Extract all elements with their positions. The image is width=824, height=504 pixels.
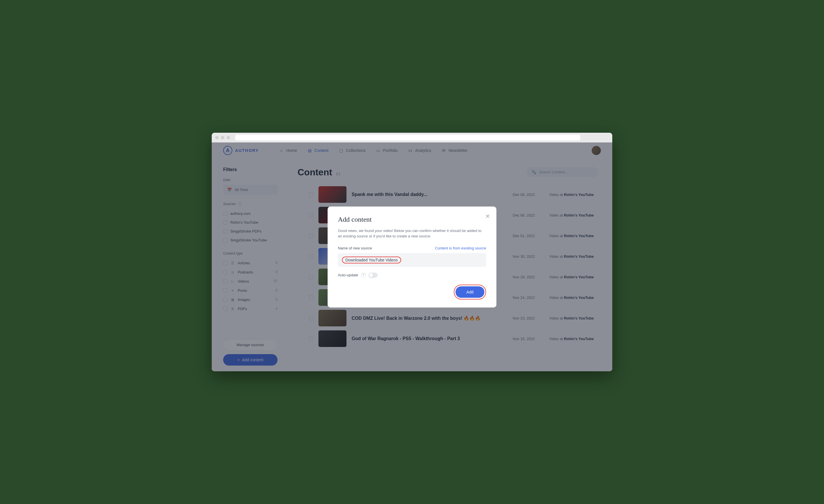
- existing-source-link[interactable]: Content is from existing source: [435, 246, 486, 250]
- traffic-close[interactable]: [215, 136, 219, 139]
- close-icon[interactable]: ✕: [485, 213, 490, 220]
- traffic-max[interactable]: [227, 136, 230, 139]
- browser-chrome: [212, 133, 612, 142]
- source-name-label: Name of new source: [338, 246, 372, 250]
- url-bar[interactable]: [235, 135, 580, 140]
- auto-update-label: Auto-update: [338, 273, 358, 277]
- input-value: Downloaded YouTube Videos: [342, 257, 401, 264]
- modal-overlay[interactable]: ✕ Add content Good news, we found your v…: [212, 142, 612, 371]
- add-button[interactable]: Add: [455, 286, 484, 298]
- add-button-highlight: Add: [454, 285, 486, 299]
- help-icon[interactable]: ?: [361, 273, 366, 278]
- source-name-input[interactable]: Downloaded YouTube Videos: [338, 253, 486, 267]
- traffic-min[interactable]: [221, 136, 224, 139]
- auto-update-toggle[interactable]: [369, 273, 378, 278]
- modal-description: Good news, we found your video! Below yo…: [338, 228, 486, 239]
- modal-title: Add content: [338, 216, 486, 223]
- add-content-modal: ✕ Add content Good news, we found your v…: [328, 207, 496, 307]
